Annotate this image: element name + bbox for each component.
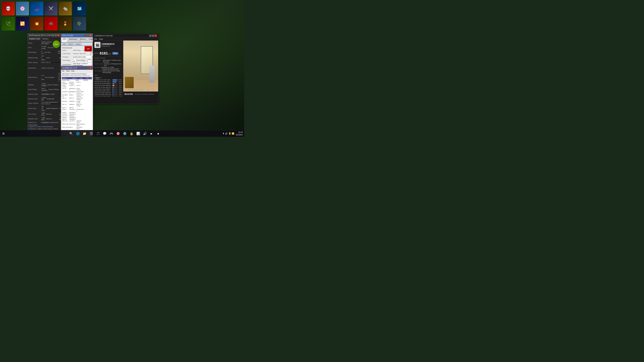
cinebench-logo-text: CINEBENCH Release 20 (102, 43, 114, 47)
cpuz-close-button[interactable]: ✕ (89, 34, 92, 37)
genmzbench-close[interactable]: ✕ (90, 67, 92, 69)
cinebench-titlebar[interactable]: CINEBENCH R20.060 ─ □ ✕ (93, 34, 158, 38)
taskbar-icons: 🔍 🌐 📁 🎬 🎵 💬 🎮 🎯 ⚙️ 🔒 📊 🔊 ▶ ◆ (7, 131, 222, 137)
gpuz-window-controls: ─ □ ✕ (52, 34, 60, 36)
taskbar-chat-icon[interactable]: 💬 (102, 131, 108, 137)
cinebench-run-prompt: Click on the 'Run' button to start the t… (128, 89, 155, 91)
genmzbench-minimize[interactable]: ─ (84, 67, 86, 69)
cinebench-run-button[interactable]: Run (112, 52, 118, 55)
taskbar-volume-icon[interactable]: 🔊 (142, 131, 148, 137)
genmzbench-col-latency: Latency (72, 77, 80, 79)
genmzbench-file-menu[interactable]: File (62, 70, 64, 72)
gpuz-driver-value: 31.0.15.2824 (NVIDIA 528.24)-DCH / Win11… (41, 101, 60, 105)
cpuz-titlebar[interactable]: CPU-Z 2.03.0 ─ □ ✕ (61, 34, 92, 37)
taskbar: ⊞ 🔍 🌐 📁 🎬 🎵 💬 🎮 🎯 ⚙️ 🔒 📊 🔊 ▶ ◆ ⬆ 🔊 🔋 📶 1… (0, 130, 244, 137)
cinebench-maximize-button[interactable]: □ (152, 34, 154, 37)
game-icon-returnal[interactable]: 🔁 (16, 17, 29, 30)
game-icon-spiderman[interactable]: 🕷️ (44, 17, 58, 30)
taskbar-security-icon[interactable]: 🔒 (128, 131, 134, 137)
cinebench-menu-help[interactable]: Help (99, 38, 103, 40)
taskbar-monitor-icon[interactable]: 📊 (135, 131, 141, 137)
taskbar-settings-icon[interactable]: ⚙️ (122, 131, 128, 137)
nvidia-logo: NVIDIA (53, 40, 60, 48)
rank-label-8: 3C/6T @ 3.4 GHz, Intel Core i7-5700HQ CP… (94, 94, 112, 95)
rank-bar-6 (112, 90, 113, 92)
taskbar-files-icon[interactable]: 📁 (82, 131, 88, 137)
genmzbench-help-menu[interactable]: Help (71, 70, 74, 72)
game-icon-forza[interactable]: 🏎️ (30, 2, 43, 15)
game-icon-wreckfest[interactable]: 💥 (30, 17, 43, 30)
game-icon-battlefield5[interactable]: 🪖 (73, 17, 86, 30)
taskbar-start-button[interactable]: ⊞ (0, 130, 7, 137)
game-icon-battlefield1[interactable]: 🎖️ (59, 17, 72, 30)
cinebench-footer-logo: MAXON (124, 93, 133, 95)
cpuz-minimize-button[interactable]: ─ (84, 34, 86, 37)
cinebench-render-area: www.renderbaron.de (123, 40, 158, 96)
gpuz-tech-value: 8 nm (41, 50, 44, 54)
gpuz-tab-graphics[interactable]: Graphics Card (28, 37, 41, 40)
cinebench-menu-file[interactable]: File (94, 38, 97, 40)
cpuz-maximize-button[interactable]: □ (86, 34, 89, 37)
game-icon-kena[interactable]: 🌸 (16, 2, 29, 15)
cinebench-minimize-button[interactable]: ─ (149, 34, 152, 37)
game-icon-tomb[interactable]: 🏹 (2, 17, 15, 30)
gpuz-close-button[interactable]: ✕ (57, 34, 60, 36)
cinebench-footer-bar: MAXON 3D FOR THE REAL WORLD (123, 91, 158, 96)
cinebench-render-furniture2 (150, 66, 155, 82)
rank-score-2: 6678 (118, 83, 122, 84)
gpuz-tab-sensors[interactable]: Sensors (41, 37, 50, 40)
gpuz-memtype-value: GDDR6X (41, 93, 47, 95)
genmzbench-maximize[interactable]: □ (87, 67, 89, 69)
taskbar-clock[interactable]: 13:15 1/2/2021 (236, 131, 244, 136)
taskbar-browser-icon[interactable]: 🌐 (75, 131, 81, 137)
genmzbench-titlebar[interactable]: GenMBench 1.2.8 ─ □ ✕ (61, 66, 93, 70)
game-icon-uncharted[interactable]: 🗺️ (73, 2, 86, 15)
taskbar-game1-icon[interactable]: 🎮 (108, 131, 114, 137)
taskbar-search-icon[interactable]: 🔍 (68, 131, 74, 137)
game-icon-doom[interactable]: 💀 (2, 2, 15, 15)
rank-score-6: 2725 (118, 90, 122, 92)
cinebench-window-controls: ─ □ ✕ (149, 34, 157, 37)
gpuz-row-rops: ROPs/TMUs 112 / 320 Bus Interface PCIe x… (28, 72, 60, 82)
cinebench-system-title: Your System (94, 57, 122, 59)
rank-bar-container-8 (112, 94, 118, 95)
cpuz-tab-memory[interactable]: Memory | (78, 38, 87, 42)
gpuz-title: TechPowerUp GPU-Z 2.52.0 (28, 34, 52, 36)
gpuz-titlebar[interactable]: TechPowerUp GPU-Z 2.52.0 ─ □ ✕ (28, 33, 61, 37)
cinebench-footer-logo-area: MAXON (124, 93, 133, 95)
rank-bar-3 (112, 85, 114, 86)
rank-bar-0 (112, 79, 118, 81)
genmzbench-row-1: DDR4-3000 32GB 1900.00 (62, 79, 92, 81)
taskbar-app1-icon[interactable]: ▶ (148, 131, 155, 137)
gpuz-physx-badge: ● PhysX (52, 128, 58, 130)
taskbar-music-icon[interactable]: 🎵 (95, 131, 101, 137)
gpuz-maximize-button[interactable]: □ (55, 34, 57, 36)
cinebench-main: 🎬 CINEBENCH Release 20 CPU 6161 pts (93, 40, 158, 96)
cpuz-tab-bench[interactable]: Bench (68, 43, 74, 45)
taskbar-game2-icon[interactable]: 🎯 (115, 131, 121, 137)
rank-bar-4 (112, 87, 114, 88)
gpuz-tabs: Graphics Card Sensors (28, 37, 61, 40)
cpuz-tab-mainboard[interactable]: Mainboard (68, 38, 78, 42)
desktop: 💀 🌸 🏎️ ⚔️ 🐀 🗺️ 🏹 🔁 💥 🕷️ 🎖️ (0, 0, 244, 137)
gpuz-minimize-button[interactable]: ─ (52, 34, 54, 36)
genmzbench-tools-menu[interactable]: Tools (66, 70, 70, 72)
game-icon-plague[interactable]: 🐀 (59, 2, 72, 15)
cpuz-tab-about[interactable]: About | (74, 43, 82, 45)
cpuz-tab-spd[interactable]: SPD (62, 43, 67, 45)
taskbar-media-icon[interactable]: 🎬 (88, 131, 94, 137)
taskbar-app2-icon[interactable]: ◆ (155, 131, 161, 137)
gpuz-rops-value: 112 / 320 (41, 74, 45, 80)
gpuz-row-gpuclock: GPU Clock 1485 MHz Memory 1188 MHz Boost… (28, 112, 60, 116)
gpuz-shaders-value: 10240 Unified (41, 82, 47, 87)
genmzbench-col-cap: Cap (80, 77, 86, 79)
genmzbench-col-mcl: MCL (90, 77, 95, 79)
genmzbench-params-area: BGS Disabled BGS Alt Enabled FCLK 1 GEM … (62, 81, 92, 136)
cpuz-tab-cpu[interactable]: CPU (62, 38, 68, 42)
taskbar-time-value: 13:15 (236, 131, 243, 133)
cinebench-close-button[interactable]: ✕ (154, 34, 157, 37)
game-icon-witcher[interactable]: ⚔️ (44, 2, 58, 15)
cinebench-window: CINEBENCH R20.060 ─ □ ✕ File Help 🎬 (93, 33, 158, 104)
gpuz-vulkan-badge: ● Vulkan (36, 128, 42, 130)
rank-bar-7 (112, 92, 113, 93)
